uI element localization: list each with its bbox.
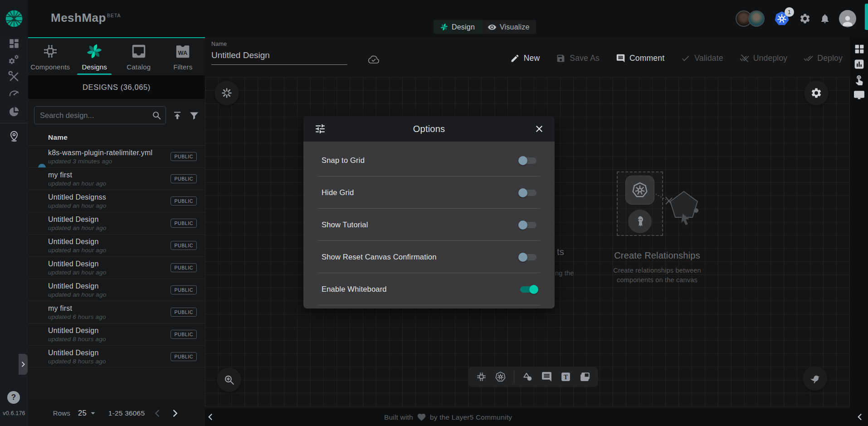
shapes-icon[interactable] — [522, 371, 533, 382]
owner-avatar-dot — [38, 164, 46, 167]
hint-kubernetes-tile — [625, 176, 654, 205]
help-button[interactable]: ? — [7, 391, 20, 404]
zoom-button[interactable] — [217, 367, 241, 392]
tab-filters[interactable]: Filters — [161, 38, 205, 75]
rows-per-page-select[interactable]: 25 — [78, 409, 97, 417]
squid-mascot-icon — [633, 215, 647, 228]
import-design-icon[interactable] — [172, 110, 183, 121]
setting-label: Show Tutorial — [322, 220, 368, 229]
design-updated: updated 8 hours ago — [48, 358, 169, 365]
visibility-badge: PUBLIC — [171, 263, 197, 272]
chart-panel-icon[interactable] — [853, 59, 865, 70]
design-row[interactable]: my first updated an hour ago PUBLIC — [28, 167, 205, 190]
magnifier-plus-icon — [223, 374, 235, 386]
components-drawer-icon[interactable] — [853, 43, 865, 54]
design-updated: updated 6 hours ago — [48, 313, 169, 320]
monitor-icon[interactable] — [853, 89, 865, 101]
design-actions-toolbar: New Save As Comment Validate Undeploy De… — [510, 54, 843, 63]
right-drawer-edge[interactable] — [865, 4, 868, 30]
setting-label: Hide Grid — [322, 188, 354, 197]
design-list: k8s-wasm-plugin-ratelimiter.yml updated … — [28, 145, 205, 367]
design-row[interactable]: Untitled Design updated an hour ago PUBL… — [28, 256, 205, 279]
configuration-tools-icon[interactable] — [8, 71, 20, 83]
design-row[interactable]: Untitled Design updated 8 hours ago PUBL… — [28, 323, 205, 345]
beta-tag: BETA — [107, 13, 121, 18]
design-name: Untitled Design — [48, 282, 169, 290]
design-name: Untitled Design — [48, 215, 169, 224]
setting-row-reset-confirmation: Show Reset Canvas Confirmation — [318, 241, 540, 273]
lifecycle-gears-icon[interactable] — [8, 54, 20, 66]
bell-icon — [819, 13, 830, 24]
dashboard-icon[interactable] — [8, 38, 20, 49]
design-row[interactable]: my first updated 6 hours ago PUBLIC — [28, 301, 205, 323]
options-modal-header: Options — [303, 116, 555, 142]
double-check-icon — [804, 54, 813, 63]
reset-canvas-confirmation-toggle[interactable] — [518, 252, 538, 263]
design-name-input[interactable] — [211, 47, 347, 65]
header-actions: 1 — [736, 9, 856, 28]
meshmap-pin-icon[interactable] — [8, 130, 20, 142]
tab-design[interactable]: Design — [434, 20, 481, 34]
person-icon — [841, 14, 854, 27]
undeploy-button[interactable]: Undeploy — [740, 54, 788, 63]
mesh-flower-button[interactable] — [215, 81, 239, 105]
design-row[interactable]: Untitled Design updated 8 hours ago PUBL… — [28, 345, 205, 367]
components-circuit-icon[interactable] — [476, 371, 487, 382]
hide-grid-toggle[interactable] — [518, 187, 538, 198]
show-tutorial-toggle[interactable] — [518, 220, 538, 230]
next-page-button[interactable] — [170, 408, 180, 418]
setting-row-hide-grid: Hide Grid — [318, 176, 540, 209]
save-as-button[interactable]: Save As — [556, 54, 600, 63]
validate-button[interactable]: Validate — [681, 54, 723, 63]
setting-label: Snap to Grid — [322, 156, 365, 165]
notifications-button[interactable] — [819, 13, 830, 24]
chevron-down-icon — [89, 409, 97, 417]
design-name: Untitled Design — [48, 238, 169, 246]
touch-actions-icon[interactable] — [853, 74, 865, 85]
close-icon[interactable] — [534, 123, 545, 134]
comment-icon[interactable] — [541, 371, 552, 382]
comment-button[interactable]: Comment — [616, 54, 664, 63]
tab-designs[interactable]: Designs — [73, 38, 117, 75]
tab-visualize[interactable]: Visualize — [481, 20, 536, 34]
tab-catalog[interactable]: Catalog — [117, 38, 161, 75]
visibility-badge: PUBLIC — [171, 241, 197, 250]
collaborator-avatar[interactable] — [748, 10, 765, 27]
visibility-badge: PUBLIC — [171, 308, 197, 317]
eye-icon — [488, 23, 497, 32]
setting-label: Show Reset Canvas Confirmation — [322, 253, 437, 261]
filter-funnel-icon[interactable] — [189, 110, 200, 121]
design-row[interactable]: Untitled Designss updated an hour ago PU… — [28, 190, 205, 212]
user-avatar[interactable] — [839, 10, 856, 27]
expand-right-panel-icon[interactable] — [855, 412, 864, 421]
kubernetes-helm-icon[interactable] — [495, 371, 506, 382]
design-row[interactable]: k8s-wasm-plugin-ratelimiter.yml updated … — [28, 145, 205, 167]
rail-expand-button[interactable] — [19, 354, 28, 375]
snap-to-grid-toggle[interactable] — [518, 155, 538, 166]
design-row[interactable]: Untitled Design updated an hour ago PUBL… — [28, 279, 205, 301]
app-header: MeshMapBETA Design Visualize 1 — [28, 0, 868, 37]
text-tool-icon[interactable] — [560, 371, 571, 382]
tab-components[interactable]: Components — [28, 38, 73, 75]
design-row[interactable]: Untitled Design updated an hour ago PUBL… — [28, 212, 205, 234]
canvas-options-button[interactable] — [804, 81, 829, 105]
extensions-pie-icon[interactable] — [8, 106, 20, 118]
design-updated: updated 8 hours ago — [48, 336, 169, 343]
performance-gauge-icon[interactable] — [8, 87, 20, 99]
previous-page-button[interactable] — [152, 408, 162, 418]
visibility-badge: PUBLIC — [171, 285, 197, 294]
kubernetes-context-button[interactable]: 1 — [773, 10, 790, 27]
dove-button[interactable] — [803, 366, 827, 391]
media-tool-icon[interactable] — [579, 371, 590, 382]
design-search-input[interactable] — [34, 106, 166, 124]
search-icon[interactable] — [151, 110, 161, 120]
options-modal-title: Options — [413, 124, 445, 134]
enable-whiteboard-toggle[interactable] — [518, 284, 538, 295]
deploy-button[interactable]: Deploy — [804, 54, 843, 63]
new-button[interactable]: New — [510, 54, 540, 63]
settings-button[interactable] — [799, 13, 811, 24]
hint-card-title: Create Relationships — [585, 250, 730, 261]
design-row[interactable]: Untitled Design updated an hour ago PUBL… — [28, 234, 205, 256]
canvas-bottom-dock — [468, 367, 598, 387]
layer5-logo[interactable] — [0, 0, 28, 37]
